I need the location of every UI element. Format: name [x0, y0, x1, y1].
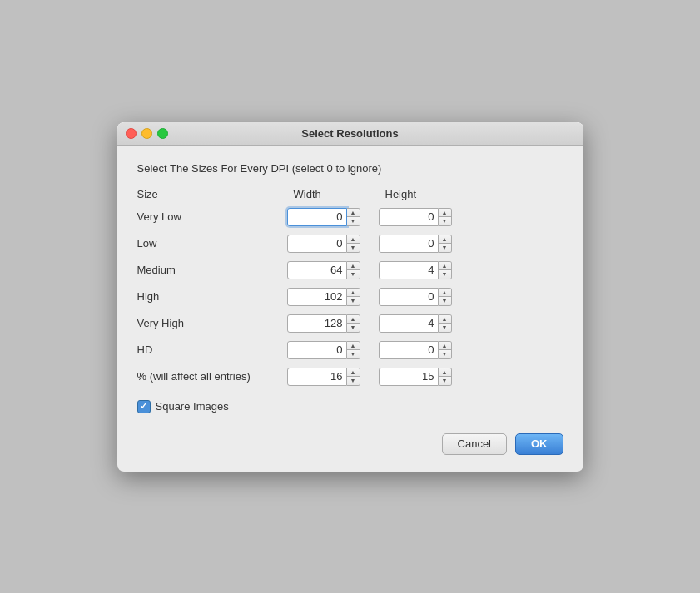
- height-up-btn-4[interactable]: ▲: [439, 315, 451, 324]
- width-input-5[interactable]: [287, 341, 347, 359]
- height-up-btn-3[interactable]: ▲: [439, 289, 451, 298]
- resolution-row: Medium ▲ ▼ ▲ ▼: [137, 257, 563, 284]
- traffic-lights: [126, 128, 168, 139]
- width-up-btn-5[interactable]: ▲: [347, 342, 360, 351]
- height-input-6[interactable]: [379, 368, 439, 386]
- instruction-text: Select The Sizes For Every DPI (select 0…: [137, 162, 563, 175]
- width-down-btn-4[interactable]: ▼: [347, 324, 360, 332]
- width-input-6[interactable]: [287, 368, 347, 386]
- width-spinner-5: ▲ ▼: [287, 341, 379, 359]
- col-size-header: Size: [137, 188, 287, 200]
- height-up-btn-0[interactable]: ▲: [439, 209, 451, 218]
- square-images-checkbox[interactable]: [137, 400, 151, 413]
- col-width-header: Width: [287, 188, 379, 200]
- height-spinner-1: ▲ ▼: [379, 235, 470, 253]
- height-input-2[interactable]: [379, 261, 439, 279]
- width-down-btn-6[interactable]: ▼: [347, 377, 360, 385]
- width-down-btn-3[interactable]: ▼: [347, 297, 360, 305]
- row-label-medium: Medium: [137, 264, 287, 276]
- height-input-1[interactable]: [379, 235, 439, 253]
- square-images-row: Square Images: [137, 400, 563, 413]
- width-input-2[interactable]: [287, 261, 347, 279]
- width-input-3[interactable]: [287, 288, 347, 306]
- row-label-very-low: Very Low: [137, 210, 287, 223]
- resolution-row: High ▲ ▼ ▲ ▼: [137, 284, 563, 310]
- row-label-high: High: [137, 290, 287, 303]
- row-label-very-high: Very High: [137, 317, 287, 329]
- resolution-row: Very Low ▲ ▼ ▲ ▼: [137, 204, 563, 230]
- dialog-content: Select The Sizes For Every DPI (select 0…: [117, 146, 583, 472]
- resolution-row: Very High ▲ ▼ ▲ ▼: [137, 310, 563, 337]
- height-spinner-6: ▲ ▼: [379, 368, 470, 386]
- ok-button[interactable]: OK: [515, 433, 563, 455]
- square-images-label: Square Images: [156, 400, 229, 413]
- height-spinner-4: ▲ ▼: [379, 314, 470, 333]
- height-down-btn-3[interactable]: ▼: [439, 297, 451, 305]
- width-input-1[interactable]: [287, 235, 347, 253]
- height-up-btn-6[interactable]: ▲: [439, 368, 451, 378]
- height-input-5[interactable]: [379, 341, 439, 359]
- height-up-btn-2[interactable]: ▲: [439, 262, 451, 271]
- width-down-btn-1[interactable]: ▼: [347, 244, 360, 252]
- width-spinner-6: ▲ ▼: [287, 368, 379, 386]
- width-up-btn-4[interactable]: ▲: [347, 315, 360, 324]
- height-input-4[interactable]: [379, 314, 439, 333]
- height-input-0[interactable]: [379, 208, 439, 226]
- width-down-btn-5[interactable]: ▼: [347, 350, 360, 358]
- height-down-btn-4[interactable]: ▼: [439, 324, 451, 332]
- width-down-btn-2[interactable]: ▼: [347, 270, 360, 279]
- height-spinner-3: ▲ ▼: [379, 288, 470, 306]
- width-up-btn-2[interactable]: ▲: [347, 262, 360, 271]
- resolution-row: HD ▲ ▼ ▲ ▼: [137, 337, 563, 363]
- width-up-btn-3[interactable]: ▲: [347, 289, 360, 298]
- height-down-btn-6[interactable]: ▼: [439, 377, 451, 385]
- width-up-btn-6[interactable]: ▲: [347, 368, 360, 378]
- width-spinner-4: ▲ ▼: [287, 314, 379, 333]
- height-spinner-0: ▲ ▼: [379, 208, 470, 226]
- col-height-header: Height: [379, 188, 470, 200]
- height-spinner-5: ▲ ▼: [379, 341, 470, 359]
- height-spinner-2: ▲ ▼: [379, 261, 470, 279]
- column-headers: Size Width Height: [137, 188, 563, 200]
- maximize-button[interactable]: [157, 128, 168, 139]
- dialog-window: Select Resolutions Select The Sizes For …: [117, 122, 583, 472]
- width-input-4[interactable]: [287, 314, 347, 333]
- titlebar: Select Resolutions: [117, 122, 583, 146]
- width-spinner-1: ▲ ▼: [287, 235, 379, 253]
- width-down-btn-0[interactable]: ▼: [347, 217, 360, 225]
- height-down-btn-5[interactable]: ▼: [439, 350, 451, 358]
- width-spinner-0: ▲ ▼: [287, 208, 379, 226]
- width-up-btn-0[interactable]: ▲: [347, 209, 360, 218]
- row-label-%-(will-affect-all-entries): % (will affect all entries): [137, 370, 287, 383]
- resolution-row: % (will affect all entries) ▲ ▼ ▲ ▼: [137, 363, 563, 390]
- row-label-low: Low: [137, 237, 287, 250]
- minimize-button[interactable]: [141, 128, 152, 139]
- height-input-3[interactable]: [379, 288, 439, 306]
- height-up-btn-5[interactable]: ▲: [439, 342, 451, 351]
- resolution-rows: Very Low ▲ ▼ ▲ ▼ Low ▲ ▼ ▲ ▼ Medium ▲ ▼ …: [137, 204, 563, 390]
- width-spinner-3: ▲ ▼: [287, 288, 379, 306]
- close-button[interactable]: [126, 128, 137, 139]
- height-down-btn-0[interactable]: ▼: [439, 217, 451, 225]
- width-up-btn-1[interactable]: ▲: [347, 235, 360, 245]
- cancel-button[interactable]: Cancel: [442, 433, 507, 455]
- width-input-0[interactable]: [287, 208, 347, 226]
- height-up-btn-1[interactable]: ▲: [439, 235, 451, 245]
- resolution-row: Low ▲ ▼ ▲ ▼: [137, 230, 563, 257]
- button-row: Cancel OK: [137, 427, 563, 455]
- height-down-btn-1[interactable]: ▼: [439, 244, 451, 252]
- window-title: Select Resolutions: [301, 127, 398, 140]
- width-spinner-2: ▲ ▼: [287, 261, 379, 279]
- height-down-btn-2[interactable]: ▼: [439, 270, 451, 279]
- row-label-hd: HD: [137, 343, 287, 356]
